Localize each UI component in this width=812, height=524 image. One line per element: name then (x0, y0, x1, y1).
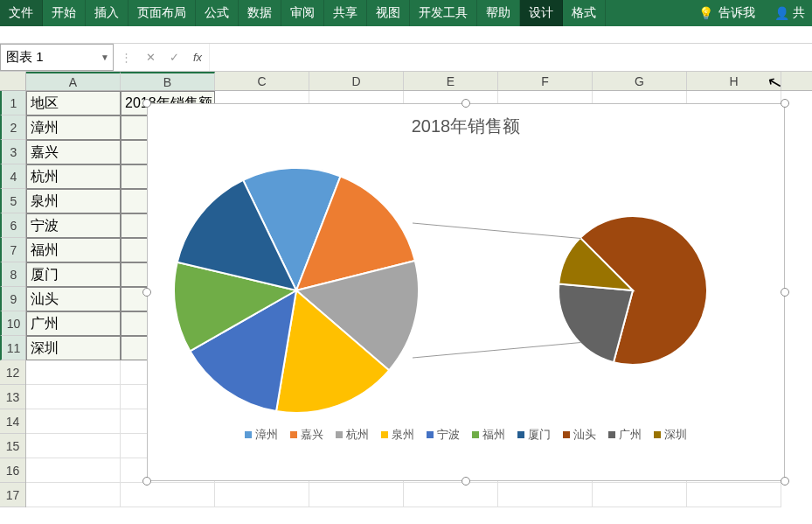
row-header[interactable]: 13 (0, 385, 25, 409)
row-header[interactable]: 15 (0, 434, 25, 458)
dots-icon[interactable]: ⋮ (121, 51, 132, 64)
legend-item[interactable]: 深圳 (654, 427, 687, 443)
cell[interactable] (26, 385, 121, 409)
cell[interactable]: 深圳 (26, 336, 121, 360)
confirm-icon[interactable]: ✓ (170, 51, 179, 64)
row-header[interactable]: 2 (0, 115, 25, 140)
fx-icon[interactable]: fx (193, 51, 202, 64)
row-header[interactable]: 9 (0, 287, 25, 311)
column-header[interactable]: D (309, 72, 404, 90)
ribbon-tab-developer[interactable]: 开发工具 (410, 0, 477, 26)
cell[interactable] (26, 360, 121, 385)
formula-input[interactable] (210, 44, 812, 71)
column-header[interactable]: F (498, 72, 593, 90)
resize-handle[interactable] (462, 477, 470, 486)
cell-grid[interactable]: 地区2018年销售额漳州嘉兴杭州泉州宁波福州厦门汕头广州深圳 2018年销售额 … (26, 91, 812, 507)
cell[interactable]: 杭州 (26, 164, 121, 189)
ribbon-tab-pagelayout[interactable]: 页面布局 (128, 0, 196, 26)
legend-item[interactable]: 泉州 (381, 427, 414, 443)
ribbon-tab-design[interactable]: 设计 (520, 0, 563, 26)
ribbon-tab-help[interactable]: 帮助 (477, 0, 520, 26)
cell[interactable]: 嘉兴 (26, 140, 121, 164)
cell[interactable] (309, 483, 404, 507)
column-header[interactable]: H (687, 72, 781, 90)
row-header[interactable]: 7 (0, 238, 25, 262)
resize-handle[interactable] (781, 477, 789, 486)
row-header[interactable]: 17 (0, 483, 25, 507)
share-button[interactable]: 👤 共 (767, 0, 812, 26)
cell[interactable] (26, 458, 121, 483)
row-header[interactable]: 1 (0, 91, 25, 115)
lightbulb-icon: 💡 (698, 6, 713, 20)
cell[interactable]: 汕头 (26, 287, 121, 311)
row-header[interactable]: 11 (0, 336, 25, 360)
chart-object[interactable]: 2018年销售额 漳州嘉兴杭州泉州宁波福州厦门汕头广州深圳 (147, 103, 785, 481)
cancel-icon[interactable]: ✕ (146, 51, 156, 64)
ribbon-tab-view[interactable]: 视图 (367, 0, 410, 26)
ribbon-tab-format[interactable]: 格式 (563, 0, 606, 26)
resize-handle[interactable] (142, 477, 151, 486)
ribbon-tab-data[interactable]: 数据 (239, 0, 281, 26)
row-header[interactable]: 4 (0, 164, 25, 189)
column-header[interactable]: E (404, 72, 498, 90)
ribbon-tab-share[interactable]: 共享 (324, 0, 367, 26)
legend-item[interactable]: 汕头 (563, 427, 596, 443)
row-header[interactable]: 8 (0, 262, 25, 287)
ribbon-tab-file[interactable]: 文件 (0, 0, 43, 26)
legend-item[interactable]: 嘉兴 (290, 427, 323, 443)
ribbon-tab-formulas[interactable]: 公式 (196, 0, 239, 26)
ribbon-tab-review[interactable]: 审阅 (281, 0, 324, 26)
cell[interactable]: 地区 (26, 91, 121, 115)
ribbon-toolbar-area (0, 26, 812, 44)
legend-item[interactable]: 宁波 (427, 427, 460, 443)
column-header[interactable]: B (121, 72, 215, 90)
cell[interactable] (121, 483, 215, 507)
chart-plot-area[interactable] (148, 142, 784, 422)
cell[interactable]: 宁波 (26, 213, 121, 238)
legend-label: 深圳 (664, 427, 687, 443)
legend-swatch (608, 431, 615, 438)
column-header[interactable]: A (26, 72, 121, 90)
cell[interactable] (26, 409, 121, 434)
resize-handle[interactable] (781, 99, 789, 108)
row-header[interactable]: 16 (0, 458, 25, 483)
row-header[interactable]: 10 (0, 311, 25, 336)
row-header[interactable]: 5 (0, 189, 25, 213)
chart-legend[interactable]: 漳州嘉兴杭州泉州宁波福州厦门汕头广州深圳 (148, 422, 784, 448)
tell-me-search[interactable]: 💡 告诉我 (686, 0, 767, 26)
legend-label: 福州 (482, 427, 505, 443)
select-all-corner[interactable] (0, 72, 25, 91)
legend-item[interactable]: 厦门 (517, 427, 551, 443)
chart-title[interactable]: 2018年销售额 (148, 104, 784, 142)
row-header[interactable]: 14 (0, 409, 25, 434)
name-box[interactable]: 图表 1 ▼ (0, 44, 114, 71)
column-header[interactable]: G (593, 72, 687, 90)
cell[interactable]: 厦门 (26, 262, 121, 287)
cell[interactable]: 福州 (26, 238, 121, 262)
chevron-down-icon[interactable]: ▼ (101, 52, 109, 62)
legend-item[interactable]: 福州 (472, 427, 505, 443)
cell[interactable]: 泉州 (26, 189, 121, 213)
cell[interactable] (593, 483, 687, 507)
cell[interactable]: 广州 (26, 311, 121, 336)
column-headers: ABCDEFGH (26, 72, 812, 91)
row-header[interactable]: 12 (0, 360, 25, 385)
cell[interactable] (404, 483, 498, 507)
legend-item[interactable]: 广州 (608, 427, 642, 443)
resize-handle[interactable] (462, 99, 470, 108)
row-header[interactable]: 6 (0, 213, 25, 238)
cell[interactable] (498, 483, 593, 507)
cell[interactable] (26, 434, 121, 458)
cell[interactable] (687, 483, 781, 507)
ribbon-tab-insert[interactable]: 插入 (86, 0, 128, 26)
legend-item[interactable]: 杭州 (336, 427, 369, 443)
legend-item[interactable]: 漳州 (245, 427, 278, 443)
ribbon-tab-home[interactable]: 开始 (43, 0, 86, 26)
cell[interactable] (215, 483, 309, 507)
cell[interactable] (26, 483, 121, 507)
row-header[interactable]: 3 (0, 140, 25, 164)
resize-handle[interactable] (142, 99, 151, 108)
column-header[interactable]: C (215, 72, 309, 90)
share-icon: 👤 (774, 6, 789, 20)
cell[interactable]: 漳州 (26, 115, 121, 140)
